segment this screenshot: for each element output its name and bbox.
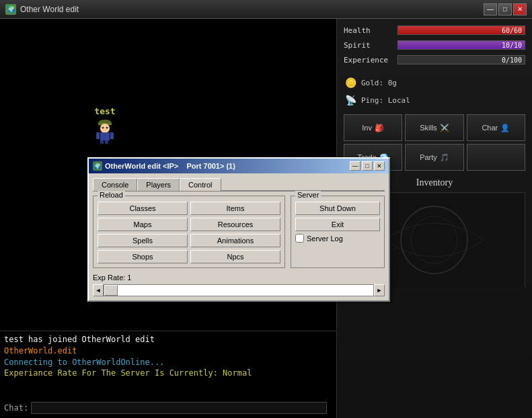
chat-area: test has joined OtherWorld edit OtherWor… xyxy=(0,331,336,418)
party-button[interactable]: Party 🎵 xyxy=(405,144,463,171)
tabs-row: Console Players Control xyxy=(93,177,385,192)
close-button[interactable]: ✕ xyxy=(513,3,527,15)
slider-left-arrow[interactable]: ◄ xyxy=(93,284,104,296)
exp-rate-label: Exp Rate: 1 xyxy=(93,274,385,282)
action-buttons: Inv 🎒 Skills ⚔️ Char 👤 xyxy=(337,109,532,144)
exp-bar: 0/100 xyxy=(397,55,525,65)
spirit-row: Spirit 10/10 xyxy=(344,39,525,51)
slider-right-arrow[interactable]: ► xyxy=(374,284,385,296)
dialog-content: Console Players Control Reload Classes I… xyxy=(89,173,389,300)
dialog-title-text: OtherWorld edit <IP> Port 7001> (1) xyxy=(105,162,235,170)
stats-area: Health 60/60 Spirit 10/10 Experience 0/1… xyxy=(337,19,532,74)
dialog-window: 🌍 OtherWorld edit <IP> Port 7001> (1) — … xyxy=(87,157,390,302)
server-log-checkbox[interactable] xyxy=(295,234,304,243)
server-buttons: Shut Down Exit Server Log xyxy=(295,202,380,243)
resources-button[interactable]: Resources xyxy=(190,218,280,231)
exit-button[interactable]: Exit xyxy=(295,218,380,231)
svg-point-3 xyxy=(102,127,104,129)
spirit-bar: 10/10 xyxy=(397,40,525,50)
ping-icon: 📡 xyxy=(344,93,357,107)
exp-row: Experience 0/100 xyxy=(344,54,525,66)
svg-rect-5 xyxy=(100,132,110,140)
gold-row: 🪙 Gold: 0g xyxy=(337,74,532,91)
gold-label: Gold: xyxy=(361,79,383,87)
minimize-button[interactable]: — xyxy=(484,3,497,15)
main-window: 🌍 Other World edit — □ ✕ test xyxy=(0,0,532,418)
exp-rate-row: Exp Rate: 1 ◄ ► xyxy=(93,274,385,296)
svg-rect-7 xyxy=(105,140,108,144)
chat-message: OtherWorld.edit xyxy=(4,345,332,357)
npcs-button[interactable]: Npcs xyxy=(190,250,280,263)
tab-players[interactable]: Players xyxy=(137,178,180,191)
health-row: Health 60/60 xyxy=(344,24,525,36)
dialog-two-col: Reload Classes Items Maps Resources Spel… xyxy=(93,196,385,268)
spells-button[interactable]: Spells xyxy=(98,234,188,247)
title-bar: 🌍 Other World edit — □ ✕ xyxy=(0,0,532,19)
reload-legend: Reload xyxy=(98,191,125,199)
char-button[interactable]: Char 👤 xyxy=(467,114,525,141)
character-sprite xyxy=(94,118,116,144)
app-icon: 🌍 xyxy=(5,4,16,15)
dialog-icon: 🌍 xyxy=(93,161,102,171)
skills-button[interactable]: Skills ⚔️ xyxy=(405,114,463,141)
server-legend: Server xyxy=(295,191,321,199)
character-container: test xyxy=(94,106,116,144)
svg-point-4 xyxy=(106,127,108,129)
spirit-label: Spirit xyxy=(344,41,397,50)
dialog-win-buttons: — □ ✕ xyxy=(350,161,385,171)
chat-input[interactable] xyxy=(31,402,327,414)
dialog-maximize[interactable]: □ xyxy=(362,161,373,171)
items-button[interactable]: Items xyxy=(190,202,280,215)
dialog-minimize[interactable]: — xyxy=(350,161,360,171)
chat-message: Connecting to OtherWorldOnline... xyxy=(4,357,332,368)
maximize-button[interactable]: □ xyxy=(498,3,512,15)
slider-thumb[interactable] xyxy=(104,285,118,296)
health-bar: 60/60 xyxy=(397,26,525,35)
svg-rect-6 xyxy=(100,140,104,144)
slider-row: ◄ ► xyxy=(93,284,385,296)
animations-button[interactable]: Animations xyxy=(190,234,280,247)
slider-track[interactable] xyxy=(104,284,374,296)
reload-buttons: Classes Items Maps Resources Spells Anim… xyxy=(98,202,280,263)
gold-value: 0g xyxy=(388,79,397,87)
ping-value: Local xyxy=(388,96,410,105)
placeholder-button xyxy=(467,144,525,171)
tab-console[interactable]: Console xyxy=(93,178,137,191)
gold-icon: 🪙 xyxy=(344,76,357,89)
svg-point-2 xyxy=(100,124,110,133)
shops-button[interactable]: Shops xyxy=(98,250,188,263)
spirit-value: 10/10 xyxy=(502,41,522,50)
tab-control[interactable]: Control xyxy=(180,178,221,191)
chat-messages: test has joined OtherWorld edit OtherWor… xyxy=(4,334,332,379)
window-controls: — □ ✕ xyxy=(484,3,527,15)
exp-label: Experience xyxy=(344,56,397,65)
chat-message: test has joined OtherWorld edit xyxy=(4,334,332,345)
server-group: Server Shut Down Exit Server Log xyxy=(291,196,385,268)
character-name: test xyxy=(94,106,116,116)
ping-label: Ping: xyxy=(361,96,383,105)
chat-message: Experiance Rate For The Server Is Curren… xyxy=(4,368,332,379)
shutdown-button[interactable]: Shut Down xyxy=(295,202,380,215)
server-log-label: Server Log xyxy=(307,235,343,243)
server-log-row: Server Log xyxy=(295,234,380,243)
svg-rect-9 xyxy=(110,132,114,139)
reload-group: Reload Classes Items Maps Resources Spel… xyxy=(93,196,285,268)
chat-label: Chat: xyxy=(4,403,28,413)
inv-button[interactable]: Inv 🎒 xyxy=(344,114,402,141)
health-value: 60/60 xyxy=(502,26,522,35)
chat-input-row: Chat: xyxy=(4,402,327,414)
dialog-close[interactable]: ✕ xyxy=(374,161,385,171)
dialog-title-bar: 🌍 OtherWorld edit <IP> Port 7001> (1) — … xyxy=(89,159,389,173)
window-title: Other World edit xyxy=(20,5,484,14)
health-label: Health xyxy=(344,26,397,35)
exp-value: 0/100 xyxy=(502,56,522,65)
dialog-title-left: 🌍 OtherWorld edit <IP> Port 7001> (1) xyxy=(93,161,235,171)
ping-row: 📡 Ping: Local xyxy=(337,91,532,109)
maps-button[interactable]: Maps xyxy=(98,218,188,231)
svg-rect-8 xyxy=(96,132,100,139)
classes-button[interactable]: Classes xyxy=(98,202,188,215)
